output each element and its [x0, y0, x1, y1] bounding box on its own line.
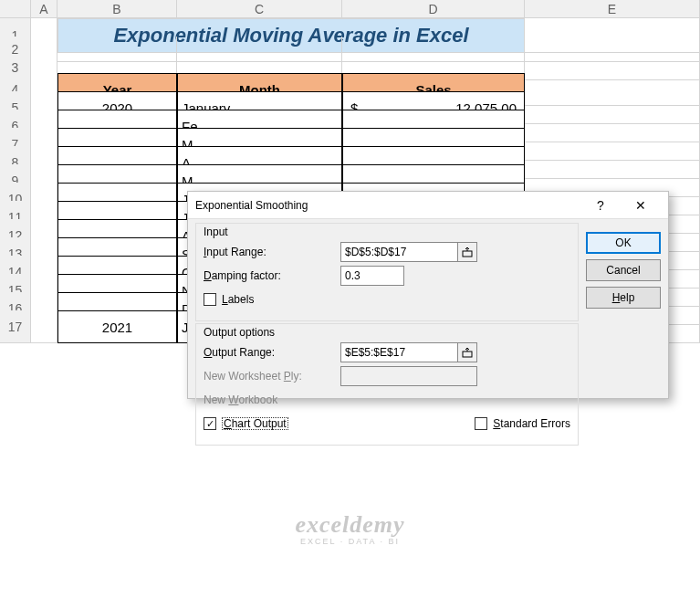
- new-worksheet-field: [340, 366, 477, 386]
- svg-rect-0: [463, 251, 472, 257]
- input-range-field[interactable]: [340, 242, 457, 262]
- output-group: Output options Output Range: New Workshe…: [195, 323, 579, 446]
- checkbox-icon: [204, 293, 216, 306]
- chart-output-checkbox[interactable]: ✓ Chart Output: [204, 417, 288, 430]
- row-header-17[interactable]: 17: [0, 310, 31, 343]
- dialog-title-text: Exponential Smoothing: [195, 199, 580, 212]
- standard-errors-checkbox[interactable]: Standard Errors: [475, 417, 570, 430]
- watermark-tagline: EXCEL · DATA · BI: [295, 538, 404, 547]
- help-button[interactable]: Help: [586, 287, 661, 309]
- labels-checkbox[interactable]: Labels: [204, 293, 254, 306]
- checkbox-checked-icon: ✓: [204, 417, 216, 430]
- cancel-button[interactable]: Cancel: [586, 259, 661, 281]
- watermark-brand: exceldemy: [295, 512, 404, 539]
- new-worksheet-label: New Worksheet Ply:: [204, 370, 340, 383]
- col-header-A[interactable]: A: [31, 0, 57, 18]
- damping-factor-field[interactable]: [340, 266, 404, 286]
- cell-year-17[interactable]: 2021: [57, 310, 177, 343]
- help-icon[interactable]: ?: [580, 192, 621, 219]
- close-icon[interactable]: ✕: [621, 192, 661, 219]
- cell-A17[interactable]: [31, 310, 57, 343]
- input-group: Input Input Range: Damping factor: Label…: [195, 223, 579, 321]
- dialog-titlebar[interactable]: Exponential Smoothing ? ✕: [188, 192, 668, 219]
- col-header-C[interactable]: C: [177, 0, 342, 18]
- watermark: exceldemy EXCEL · DATA · BI: [295, 512, 404, 547]
- new-workbook-label: New Workbook: [204, 393, 340, 406]
- range-select-icon[interactable]: [457, 342, 477, 362]
- range-select-icon[interactable]: [457, 242, 477, 262]
- checkbox-icon: [475, 417, 487, 430]
- select-all-corner[interactable]: [0, 0, 31, 18]
- input-group-legend: Input: [204, 226, 570, 238]
- col-header-D[interactable]: D: [342, 0, 525, 18]
- input-range-label: Input Range:: [204, 246, 340, 258]
- ok-button[interactable]: OK: [586, 232, 661, 254]
- svg-rect-1: [463, 351, 472, 357]
- output-group-legend: Output options: [204, 326, 570, 339]
- output-range-label: Output Range:: [204, 346, 340, 359]
- output-range-field[interactable]: [340, 342, 457, 362]
- exponential-smoothing-dialog: Exponential Smoothing ? ✕ Input Input Ra…: [187, 191, 669, 399]
- col-header-B[interactable]: B: [57, 0, 177, 18]
- damping-factor-label: Damping factor:: [204, 269, 340, 282]
- col-header-E[interactable]: E: [525, 0, 700, 18]
